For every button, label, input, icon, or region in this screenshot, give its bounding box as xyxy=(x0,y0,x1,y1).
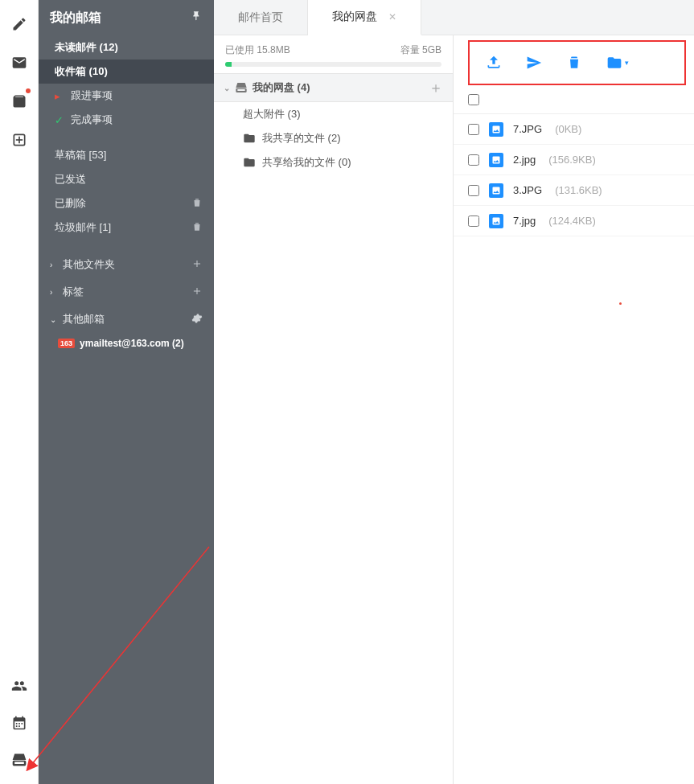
account-badge: 163 xyxy=(58,339,75,348)
upload-button[interactable] xyxy=(486,55,502,71)
disk-nav-shared-to-me[interactable]: 共享给我的文件 (0) xyxy=(214,150,453,174)
sidebar-header: 我的邮箱 xyxy=(39,0,214,35)
gear-icon[interactable] xyxy=(191,313,203,326)
file-name: 7.JPG xyxy=(513,123,542,135)
delete-button[interactable] xyxy=(566,55,582,71)
file-size: (124.4KB) xyxy=(548,215,596,227)
disk-nav-my-shared[interactable]: 我共享的文件 (2) xyxy=(214,126,453,150)
chevron-right-icon: › xyxy=(50,288,58,297)
disk-icon[interactable] xyxy=(6,747,32,773)
sidebar: 我的邮箱 未读邮件 (12) 收件箱 (10) ▸跟进事项 ✓完成事项 草稿箱 … xyxy=(39,0,214,784)
tab-mail-home[interactable]: 邮件首页 xyxy=(214,0,308,35)
storage-progress xyxy=(225,62,441,67)
image-thumb-icon xyxy=(489,214,503,228)
sidebar-item-done[interactable]: ✓完成事项 xyxy=(39,108,214,132)
caret-down-icon: ▾ xyxy=(625,59,629,67)
add-folder-icon[interactable] xyxy=(191,258,203,272)
add-icon[interactable] xyxy=(6,127,32,153)
sidebar-title: 我的邮箱 xyxy=(50,10,101,27)
sidebar-item-inbox[interactable]: 收件箱 (10) xyxy=(39,60,214,84)
image-thumb-icon xyxy=(489,153,503,167)
file-name: 7.jpg xyxy=(513,215,536,227)
file-checkbox[interactable] xyxy=(468,215,479,227)
send-button[interactable] xyxy=(526,55,542,71)
sidebar-account[interactable]: 163 ymailtest@163.com (2) xyxy=(39,333,214,354)
calendar-icon[interactable] xyxy=(6,710,32,736)
sidebar-item-sent[interactable]: 已发送 xyxy=(39,167,214,191)
sidebar-section-other-mail[interactable]: ⌄其他邮箱 xyxy=(39,306,214,333)
disk-nav-column: 已使用 15.8MB 容量 5GB ⌄ 我的网盘 (4) ＋ 超大附件 (3) xyxy=(214,35,454,784)
icon-rail xyxy=(0,0,39,784)
file-size: (0KB) xyxy=(555,123,581,135)
archive-icon[interactable] xyxy=(6,88,32,114)
file-row[interactable]: 7.jpg(124.4KB) xyxy=(454,206,694,236)
disk-nav-big-attach[interactable]: 超大附件 (3) xyxy=(214,102,453,126)
mail-icon[interactable] xyxy=(6,50,32,76)
file-list: 7.JPG(0KB)2.jpg(156.9KB)3.JPG(131.6KB)7.… xyxy=(454,114,694,236)
notification-dot-icon xyxy=(26,88,31,93)
image-thumb-icon xyxy=(489,183,503,198)
contacts-icon[interactable] xyxy=(6,673,32,699)
tab-bar: 邮件首页 我的网盘 ✕ xyxy=(214,0,694,35)
folder-icon xyxy=(243,156,256,169)
trash-icon[interactable] xyxy=(191,197,203,211)
compose-icon[interactable] xyxy=(6,11,32,37)
disk-nav-root[interactable]: ⌄ 我的网盘 (4) ＋ xyxy=(214,73,453,102)
file-row[interactable]: 7.JPG(0KB) xyxy=(454,114,694,145)
flag-red-icon: ▸ xyxy=(55,90,66,102)
file-size: (131.6KB) xyxy=(555,184,602,196)
file-checkbox[interactable] xyxy=(468,185,479,196)
sidebar-item-drafts[interactable]: 草稿箱 [53] xyxy=(39,143,214,167)
file-name: 2.jpg xyxy=(513,154,536,166)
file-row[interactable]: 3.JPG(131.6KB) xyxy=(454,175,694,206)
file-pane: ▾ 7.JPG(0KB)2.jpg(156.9KB)3.JPG(131.6KB)… xyxy=(454,35,694,784)
chevron-down-icon: ⌄ xyxy=(224,84,230,92)
check-green-icon: ✓ xyxy=(55,114,66,126)
image-thumb-icon xyxy=(489,122,503,137)
add-disk-folder-icon[interactable]: ＋ xyxy=(429,78,443,97)
annotation-dot xyxy=(619,302,622,305)
storage-info: 已使用 15.8MB 容量 5GB xyxy=(214,35,453,73)
chevron-right-icon: › xyxy=(50,261,58,269)
disk-toolbar: ▾ xyxy=(468,40,686,85)
tab-my-disk[interactable]: 我的网盘 ✕ xyxy=(308,0,421,35)
sidebar-item-unread[interactable]: 未读邮件 (12) xyxy=(39,35,214,60)
chevron-down-icon: ⌄ xyxy=(50,315,58,324)
folder-icon xyxy=(243,132,256,145)
sidebar-section-other-folders[interactable]: ›其他文件夹 xyxy=(39,251,214,278)
file-size: (156.9KB) xyxy=(548,154,596,166)
file-checkbox[interactable] xyxy=(468,124,479,135)
drive-icon xyxy=(235,81,248,94)
file-name: 3.JPG xyxy=(513,184,542,196)
close-icon[interactable]: ✕ xyxy=(388,11,396,23)
sidebar-item-followup[interactable]: ▸跟进事项 xyxy=(39,84,214,108)
main-pane: 邮件首页 我的网盘 ✕ 已使用 15.8MB 容量 5GB ⌄ xyxy=(214,0,694,784)
select-all-checkbox[interactable] xyxy=(468,94,479,105)
trash-icon[interactable] xyxy=(191,221,203,235)
sidebar-item-junk[interactable]: 垃圾邮件 [1] xyxy=(39,215,214,240)
add-tag-icon[interactable] xyxy=(191,285,203,299)
file-checkbox[interactable] xyxy=(468,154,479,166)
folder-action-button[interactable]: ▾ xyxy=(606,55,629,71)
pin-icon[interactable] xyxy=(191,10,203,25)
sidebar-section-tags[interactable]: ›标签 xyxy=(39,278,214,306)
file-row[interactable]: 2.jpg(156.9KB) xyxy=(454,145,694,175)
sidebar-item-deleted[interactable]: 已删除 xyxy=(39,191,214,215)
file-list-header xyxy=(454,85,694,114)
